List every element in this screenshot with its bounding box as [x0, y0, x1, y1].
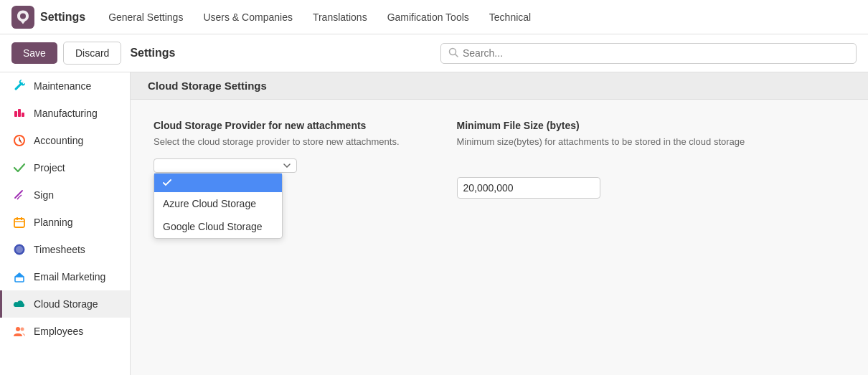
page-title: Settings: [130, 47, 435, 60]
svg-rect-6: [22, 113, 24, 117]
svg-rect-8: [14, 219, 24, 227]
nav-general-settings[interactable]: General Settings: [100, 7, 192, 27]
app-logo[interactable]: [11, 6, 34, 29]
sidebar-item-manufacturing[interactable]: Manufacturing: [0, 100, 130, 127]
app-title: Settings: [40, 11, 85, 24]
chevron-down-icon: [283, 163, 291, 168]
svg-point-17: [16, 327, 20, 331]
sidebar-item-email-marketing-label: Email Marketing: [34, 271, 105, 283]
main-layout: Maintenance Manufacturing Accounting Pro…: [0, 72, 868, 375]
nav-technical[interactable]: Technical: [481, 7, 539, 27]
nav-translations[interactable]: Translations: [304, 7, 376, 27]
check-icon: [163, 179, 171, 186]
svg-point-18: [21, 328, 24, 331]
sidebar-item-maintenance-label: Maintenance: [34, 80, 91, 92]
dropdown-option-google[interactable]: Google Cloud Storage: [154, 215, 282, 238]
dropdown-option-none[interactable]: [154, 174, 282, 192]
provider-dropdown-container: Azure Cloud Storage Google Cloud Storage: [154, 158, 297, 173]
sidebar-item-employees-label: Employees: [34, 326, 83, 337]
sidebar-item-sign[interactable]: Sign: [0, 181, 130, 209]
top-navigation: Settings General Settings Users & Compan…: [0, 0, 868, 34]
sidebar-item-accounting-label: Accounting: [34, 135, 83, 146]
sidebar-item-sign-label: Sign: [34, 189, 54, 201]
sidebar-item-maintenance[interactable]: Maintenance: [0, 72, 130, 100]
dropdown-option-google-label: Google Cloud Storage: [163, 221, 263, 232]
project-icon: [12, 161, 27, 175]
discard-button[interactable]: Discard: [63, 42, 121, 65]
employees-icon: [12, 324, 27, 338]
svg-rect-5: [18, 109, 21, 117]
sidebar-item-project[interactable]: Project: [0, 154, 130, 181]
sidebar-item-cloud-storage[interactable]: Cloud Storage: [0, 290, 130, 318]
maintenance-icon: [12, 79, 27, 93]
sidebar-item-project-label: Project: [34, 162, 65, 174]
min-size-field-label: Minimum File Size (bytes): [457, 120, 745, 131]
provider-dropdown-menu: Azure Cloud Storage Google Cloud Storage: [154, 173, 283, 239]
sidebar-item-manufacturing-label: Manufacturing: [34, 108, 98, 119]
email-marketing-icon: [12, 270, 27, 284]
sidebar-item-email-marketing[interactable]: Email Marketing: [0, 263, 130, 290]
dropdown-option-azure[interactable]: Azure Cloud Storage: [154, 192, 282, 215]
provider-field-label: Cloud Storage Provider for new attachmen…: [154, 120, 400, 131]
search-input[interactable]: [463, 47, 849, 59]
sidebar-item-accounting[interactable]: Accounting: [0, 127, 130, 154]
timesheets-icon: [12, 242, 27, 257]
nav-users-companies[interactable]: Users & Companies: [194, 7, 301, 27]
svg-point-13: [16, 246, 23, 253]
toolbar: Save Discard Settings: [0, 34, 868, 72]
svg-line-3: [456, 54, 458, 57]
sidebar-item-timesheets[interactable]: Timesheets: [0, 236, 130, 263]
sidebar-item-cloud-storage-label: Cloud Storage: [34, 298, 98, 310]
provider-field-group: Cloud Storage Provider for new attachmen…: [154, 120, 400, 199]
save-button[interactable]: Save: [11, 42, 57, 64]
dropdown-option-azure-label: Azure Cloud Storage: [163, 198, 256, 209]
min-size-field-group: Minimum File Size (bytes) Minimum size(b…: [457, 120, 745, 199]
sign-icon: [12, 188, 27, 202]
search-icon: [448, 47, 458, 60]
svg-rect-4: [14, 111, 17, 117]
nav-gamification-tools[interactable]: Gamification Tools: [379, 7, 478, 27]
sidebar-item-timesheets-label: Timesheets: [34, 244, 85, 255]
min-size-field-description: Minimum size(bytes) for attachments to b…: [457, 136, 745, 148]
search-bar: [440, 43, 857, 64]
sidebar: Maintenance Manufacturing Accounting Pro…: [0, 72, 131, 375]
provider-dropdown-trigger[interactable]: [154, 158, 297, 173]
sidebar-item-planning-label: Planning: [34, 217, 73, 228]
svg-rect-16: [15, 277, 24, 282]
svg-marker-15: [14, 272, 24, 277]
section-body: Cloud Storage Provider for new attachmen…: [131, 100, 868, 219]
section-header: Cloud Storage Settings: [131, 72, 868, 100]
planning-icon: [12, 215, 27, 229]
min-size-input[interactable]: [457, 177, 600, 199]
manufacturing-icon: [12, 106, 27, 120]
cloud-storage-icon: [12, 297, 27, 311]
svg-point-1: [20, 13, 26, 19]
sidebar-item-employees[interactable]: Employees: [0, 318, 130, 345]
main-content: Cloud Storage Settings Cloud Storage Pro…: [131, 72, 868, 375]
sidebar-item-planning[interactable]: Planning: [0, 209, 130, 236]
provider-field-description: Select the cloud storage provider to sto…: [154, 136, 400, 148]
accounting-icon: [12, 133, 27, 148]
